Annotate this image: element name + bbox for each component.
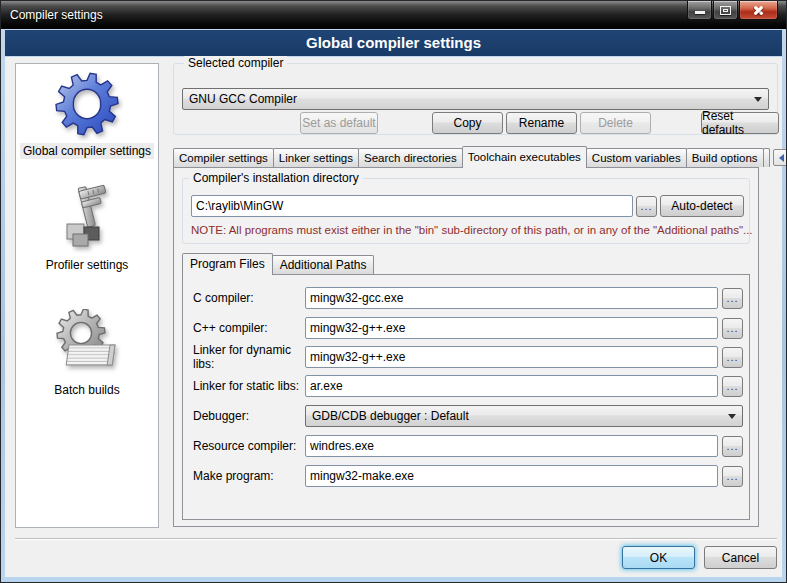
field-label: Make program: xyxy=(193,469,305,483)
dialog-buttons: OK Cancel xyxy=(622,546,777,569)
installation-directory-input[interactable] xyxy=(191,195,633,217)
field-label: C++ compiler: xyxy=(193,321,305,335)
cancel-button[interactable]: Cancel xyxy=(704,546,777,569)
delete-button[interactable]: Delete xyxy=(580,112,651,134)
sidebar-item-global-compiler-settings[interactable]: Global compiler settings xyxy=(16,70,158,159)
selected-compiler-select[interactable]: GNU GCC Compiler xyxy=(182,88,769,110)
dialog-content: Global compiler settings xyxy=(5,57,782,577)
tab-toolchain-executables[interactable]: Toolchain executables xyxy=(462,146,587,168)
browse-button[interactable]: ... xyxy=(722,347,743,368)
browse-button[interactable]: ... xyxy=(722,376,743,397)
program-files-panel: C compiler: ... C++ compiler: ... Linker… xyxy=(182,274,750,520)
group-label: Selected compiler xyxy=(184,56,287,70)
copy-button[interactable]: Copy xyxy=(432,112,503,134)
window-title: Compiler settings xyxy=(10,8,103,22)
field-row-c-compiler: C compiler: ... xyxy=(193,287,743,309)
installation-note: NOTE: All programs must exist either in … xyxy=(191,224,753,236)
reset-defaults-button[interactable]: Reset defaults xyxy=(701,112,779,134)
tab-build-options[interactable]: Build options xyxy=(686,148,764,167)
field-label: Debugger: xyxy=(193,409,305,423)
field-row-resource-compiler: Resource compiler: ... xyxy=(193,435,743,457)
ok-button[interactable]: OK xyxy=(622,546,695,569)
field-row-cpp-compiler: C++ compiler: ... xyxy=(193,317,743,339)
cpp-compiler-input[interactable] xyxy=(305,317,718,339)
selected-compiler-value: GNU GCC Compiler xyxy=(189,92,748,106)
chevron-down-icon xyxy=(754,97,762,102)
browse-button[interactable]: ... xyxy=(722,288,743,309)
blue-gear-icon xyxy=(53,70,121,138)
compiler-settings-dialog: Compiler settings Global compiler settin… xyxy=(0,0,787,583)
field-label: Resource compiler: xyxy=(193,439,305,453)
field-row-linker-static: Linker for static libs: ... xyxy=(193,375,743,397)
chevron-down-icon xyxy=(728,414,736,419)
page-title: Global compiler settings xyxy=(5,30,782,56)
debugger-select[interactable]: GDB/CDB debugger : Default xyxy=(305,405,743,427)
window-controls xyxy=(687,1,778,20)
close-icon xyxy=(752,4,765,17)
minimize-icon xyxy=(695,11,705,14)
browse-button[interactable]: ... xyxy=(722,318,743,339)
footer-divider xyxy=(15,538,777,540)
tab-compiler-settings[interactable]: Compiler settings xyxy=(173,148,274,167)
tab-program-files[interactable]: Program Files xyxy=(182,253,273,275)
auto-detect-button[interactable]: Auto-detect xyxy=(660,195,744,217)
program-tabs: Program Files Additional Paths xyxy=(182,254,374,275)
sidebar-item-label: Global compiler settings xyxy=(20,143,154,159)
caliper-icon xyxy=(53,184,121,252)
tab-overflow-stub xyxy=(763,148,770,167)
sidebar-item-label: Batch builds xyxy=(51,382,122,398)
field-label: Linker for dynamic libs: xyxy=(193,343,305,371)
sidebar-item-profiler-settings[interactable]: Profiler settings xyxy=(16,184,158,273)
debugger-value: GDB/CDB debugger : Default xyxy=(312,409,722,423)
resource-compiler-input[interactable] xyxy=(305,435,718,457)
make-program-input[interactable] xyxy=(305,465,718,487)
group-label: Compiler's installation directory xyxy=(189,171,363,185)
sidebar-item-label: Profiler settings xyxy=(43,257,132,273)
settings-sidebar: Global compiler settings xyxy=(15,63,159,528)
field-row-linker-dynamic: Linker for dynamic libs: ... xyxy=(193,346,743,368)
tab-search-directories[interactable]: Search directories xyxy=(358,148,463,167)
toolchain-executables-panel: Compiler's installation directory ... Au… xyxy=(173,167,759,527)
compiler-tabs: Compiler settings Linker settings Search… xyxy=(173,147,787,168)
close-button[interactable] xyxy=(739,1,778,20)
tab-additional-paths[interactable]: Additional Paths xyxy=(272,255,375,274)
minimize-button[interactable] xyxy=(687,1,712,20)
maximize-icon xyxy=(720,6,731,15)
arrow-left-icon xyxy=(779,154,784,162)
set-as-default-button[interactable]: Set as default xyxy=(300,112,378,134)
tab-scroll-controls xyxy=(773,149,787,166)
field-row-make-program: Make program: ... xyxy=(193,465,743,487)
browse-button[interactable]: ... xyxy=(722,466,743,487)
field-label: Linker for static libs: xyxy=(193,379,305,393)
c-compiler-input[interactable] xyxy=(305,287,718,309)
sidebar-item-batch-builds[interactable]: Batch builds xyxy=(16,309,158,398)
browse-button[interactable]: ... xyxy=(722,436,743,457)
gray-gear-stack-icon xyxy=(53,309,121,377)
selected-compiler-group: Selected compiler GNU GCC Compiler Set a… xyxy=(173,63,778,135)
maximize-button[interactable] xyxy=(713,1,738,20)
field-row-debugger: Debugger: GDB/CDB debugger : Default xyxy=(193,405,743,427)
browse-directory-button[interactable]: ... xyxy=(636,196,657,217)
linker-static-input[interactable] xyxy=(305,375,718,397)
installation-directory-group: Compiler's installation directory ... Au… xyxy=(182,178,750,244)
linker-dynamic-input[interactable] xyxy=(305,346,718,368)
tab-custom-variables[interactable]: Custom variables xyxy=(586,148,687,167)
tab-scroll-left-button[interactable] xyxy=(773,149,787,166)
field-label: C compiler: xyxy=(193,291,305,305)
tab-linker-settings[interactable]: Linker settings xyxy=(273,148,359,167)
rename-button[interactable]: Rename xyxy=(506,112,577,134)
titlebar[interactable]: Compiler settings xyxy=(1,1,786,29)
